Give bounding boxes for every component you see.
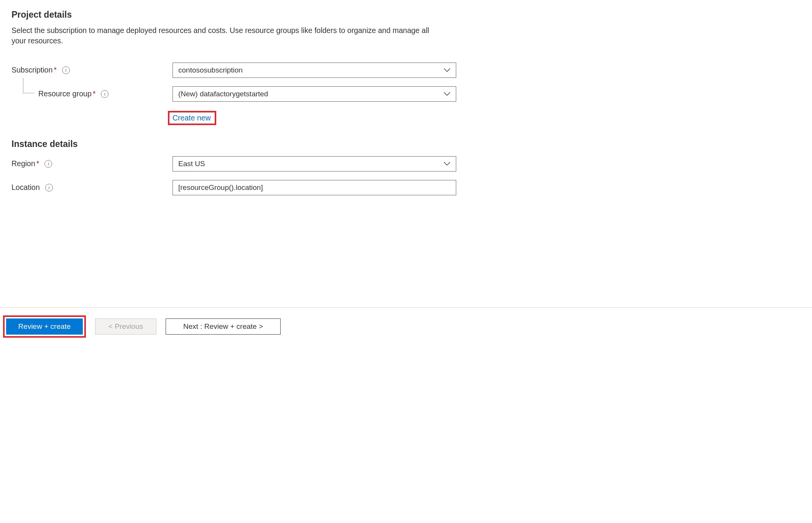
location-label-col: Location i — [12, 183, 173, 192]
subscription-label: Subscription — [12, 66, 53, 74]
create-new-highlight: Create new — [168, 111, 216, 125]
create-new-link[interactable]: Create new — [173, 114, 211, 122]
region-row: Region * i East US — [12, 156, 800, 172]
location-row: Location i — [12, 180, 800, 195]
project-details-description: Select the subscription to manage deploy… — [12, 25, 433, 46]
subscription-value: contososubscription — [178, 66, 243, 74]
subscription-select[interactable]: contososubscription — [173, 63, 456, 78]
create-new-wrap: Create new — [173, 110, 800, 125]
tree-connector-icon — [23, 78, 35, 93]
required-asterisk: * — [93, 89, 96, 98]
region-label-col: Region * i — [12, 159, 173, 168]
info-icon[interactable]: i — [101, 90, 108, 98]
footer-bar: Review + create < Previous Next : Review… — [0, 307, 812, 345]
region-label: Region — [12, 159, 35, 168]
instance-details-heading: Instance details — [12, 139, 800, 149]
resource-group-field-col: (New) datafactorygetstarted — [173, 86, 456, 102]
subscription-field-col: contososubscription — [173, 63, 456, 78]
next-button[interactable]: Next : Review + create > — [166, 318, 281, 335]
review-create-highlight: Review + create — [3, 315, 86, 338]
info-icon[interactable]: i — [44, 160, 52, 168]
region-select[interactable]: East US — [173, 156, 456, 172]
location-label: Location — [12, 183, 40, 192]
resource-group-label-col: Resource group * i — [12, 89, 173, 98]
location-field-col — [173, 180, 456, 195]
project-details-heading: Project details — [12, 10, 800, 20]
required-asterisk: * — [54, 66, 57, 74]
previous-button[interactable]: < Previous — [95, 318, 156, 335]
chevron-down-icon — [444, 92, 450, 96]
subscription-row: Subscription * i contososubscription — [12, 63, 800, 78]
chevron-down-icon — [444, 162, 450, 166]
resource-group-label: Resource group — [38, 89, 92, 98]
info-icon[interactable]: i — [62, 66, 70, 74]
chevron-down-icon — [444, 68, 450, 72]
resource-group-row: Resource group * i (New) datafactorygets… — [12, 86, 800, 102]
resource-group-value: (New) datafactorygetstarted — [178, 90, 268, 98]
instance-details-section: Instance details Region * i East US Loca… — [12, 139, 800, 195]
info-icon[interactable]: i — [45, 184, 53, 191]
region-value: East US — [178, 160, 205, 168]
review-create-button[interactable]: Review + create — [6, 318, 83, 335]
location-input[interactable] — [173, 180, 456, 195]
subscription-label-col: Subscription * i — [12, 66, 173, 74]
region-field-col: East US — [173, 156, 456, 172]
required-asterisk: * — [36, 159, 39, 168]
resource-group-select[interactable]: (New) datafactorygetstarted — [173, 86, 456, 102]
